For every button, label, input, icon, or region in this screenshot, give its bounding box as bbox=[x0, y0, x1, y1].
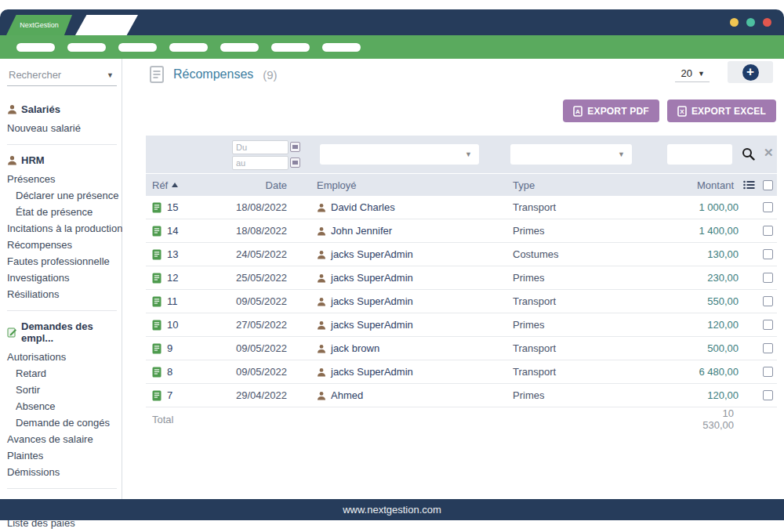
sidebar-section-header[interactable]: Salariés bbox=[7, 103, 117, 115]
row-checkbox[interactable] bbox=[763, 202, 773, 212]
reward-doc-icon bbox=[152, 320, 162, 331]
sidebar-item[interactable]: Incitations à la production bbox=[7, 220, 117, 237]
cell-type: Primes bbox=[513, 319, 691, 331]
sidebar-item[interactable]: Nouveau salarié bbox=[7, 120, 117, 136]
search-icon[interactable] bbox=[742, 147, 755, 161]
row-checkbox[interactable] bbox=[763, 226, 773, 236]
sidebar-item[interactable]: Sortir bbox=[7, 382, 117, 398]
ref-link[interactable]: 12 bbox=[167, 272, 178, 284]
sidebar-section-title: HRM bbox=[21, 154, 45, 166]
row-checkbox[interactable] bbox=[763, 273, 773, 283]
pdf-file-icon: A bbox=[573, 106, 583, 117]
row-checkbox[interactable] bbox=[763, 320, 773, 330]
date-to-input[interactable] bbox=[232, 156, 289, 170]
table-row: 15 18/08/2022 David Charles Transport 1 … bbox=[146, 196, 777, 219]
sidebar-item[interactable]: Résiliations bbox=[7, 286, 117, 302]
browser-tab-inactive[interactable] bbox=[75, 15, 138, 35]
sidebar-item[interactable]: Plaintes bbox=[7, 447, 117, 464]
sidebar-item[interactable]: Avances de salaire bbox=[7, 431, 117, 447]
table-header-row: Réf Date Employé Type Montant bbox=[146, 173, 777, 196]
nav-pill[interactable] bbox=[271, 43, 310, 52]
employee-name: David Charles bbox=[331, 201, 395, 213]
sidebar-item[interactable]: Absence bbox=[7, 398, 117, 414]
nav-pill[interactable] bbox=[118, 43, 157, 52]
nav-pill[interactable] bbox=[169, 43, 208, 52]
column-options-icon[interactable] bbox=[739, 180, 759, 190]
row-checkbox[interactable] bbox=[763, 367, 773, 377]
employee-link[interactable]: David Charles bbox=[292, 201, 513, 213]
page-size-select[interactable]: 20 ▼ bbox=[675, 67, 710, 82]
employee-link[interactable]: Ahmed bbox=[292, 389, 513, 401]
nav-pill[interactable] bbox=[220, 43, 259, 52]
sidebar-item[interactable]: Démissions bbox=[7, 464, 117, 480]
user-icon bbox=[317, 297, 326, 306]
nav-pill[interactable] bbox=[67, 43, 106, 52]
sidebar-item[interactable]: État de présence bbox=[7, 204, 117, 220]
add-button[interactable]: + bbox=[728, 61, 773, 83]
employee-link[interactable]: jacks SuperAdmin bbox=[292, 248, 513, 260]
traffic-light-icon[interactable] bbox=[730, 18, 739, 27]
sidebar-section-header[interactable]: HRM bbox=[7, 154, 117, 166]
employee-link[interactable]: jacks SuperAdmin bbox=[292, 366, 513, 378]
employee-link[interactable]: John Jennifer bbox=[292, 225, 513, 237]
calendar-icon[interactable] bbox=[290, 142, 300, 152]
export-pdf-label: EXPORT PDF bbox=[587, 106, 649, 117]
row-checkbox[interactable] bbox=[763, 249, 773, 259]
select-all-checkbox[interactable] bbox=[763, 180, 773, 190]
sidebar-section-title: Salariés bbox=[21, 103, 60, 115]
employee-link[interactable]: jacks SuperAdmin bbox=[292, 272, 513, 284]
ref-link[interactable]: 15 bbox=[167, 201, 178, 213]
table-row: 9 09/05/2022 jack brown Transport 500,00 bbox=[146, 337, 777, 360]
sidebar-item[interactable]: Demande de congés bbox=[7, 414, 117, 431]
sidebar-item[interactable]: Retard bbox=[7, 365, 117, 382]
employee-filter-select[interactable]: ▼ bbox=[320, 144, 479, 165]
ref-link[interactable]: 11 bbox=[167, 295, 178, 307]
sidebar-search-select[interactable]: Rechercher ▼ bbox=[7, 68, 117, 86]
ref-link[interactable]: 13 bbox=[167, 248, 178, 260]
row-checkbox[interactable] bbox=[763, 390, 773, 400]
export-pdf-button[interactable]: A EXPORT PDF bbox=[563, 100, 659, 122]
reward-doc-icon bbox=[152, 202, 162, 213]
row-checkbox[interactable] bbox=[763, 343, 773, 353]
nav-pill[interactable] bbox=[322, 43, 361, 52]
clear-filters-icon[interactable]: ✕ bbox=[764, 146, 774, 160]
reward-doc-icon bbox=[152, 296, 162, 307]
ref-link[interactable]: 7 bbox=[167, 389, 172, 401]
ref-link[interactable]: 8 bbox=[167, 366, 172, 378]
employee-link[interactable]: jack brown bbox=[292, 342, 513, 354]
sidebar-item[interactable]: Autorisations bbox=[7, 349, 117, 365]
sidebar-item[interactable]: Présences bbox=[7, 171, 117, 187]
employee-link[interactable]: jacks SuperAdmin bbox=[292, 295, 513, 307]
ref-link[interactable]: 10 bbox=[167, 319, 178, 331]
sidebar-item[interactable]: Investigations bbox=[7, 270, 117, 286]
cell-date: 18/08/2022 bbox=[232, 201, 292, 213]
type-filter-select[interactable]: ▼ bbox=[510, 144, 632, 165]
chevron-down-icon: ▼ bbox=[698, 70, 705, 78]
ref-link[interactable]: 14 bbox=[167, 225, 178, 237]
nav-pill[interactable] bbox=[16, 43, 55, 52]
ref-link[interactable]: 9 bbox=[167, 342, 172, 354]
header-date: Date bbox=[232, 179, 292, 191]
sidebar-item[interactable]: Fautes professionnelle bbox=[7, 253, 117, 270]
date-from-input[interactable] bbox=[232, 140, 289, 154]
cell-type: Transport bbox=[513, 201, 691, 213]
sidebar-section-header[interactable]: Demandes des empl... bbox=[7, 320, 117, 344]
header-ref-sort[interactable]: Réf bbox=[146, 179, 232, 191]
chevron-down-icon: ▼ bbox=[618, 150, 625, 158]
reward-doc-icon bbox=[152, 367, 162, 378]
user-icon bbox=[317, 367, 326, 377]
employee-name: jacks SuperAdmin bbox=[331, 366, 413, 378]
export-excel-button[interactable]: X EXPORT EXCEL bbox=[667, 100, 776, 122]
employee-link[interactable]: jacks SuperAdmin bbox=[292, 319, 513, 331]
sidebar-item[interactable]: Récompenses bbox=[7, 237, 117, 253]
calendar-icon[interactable] bbox=[290, 157, 300, 168]
row-checkbox[interactable] bbox=[763, 296, 773, 306]
browser-tab-active[interactable]: NextGestion bbox=[6, 15, 72, 35]
amount-filter-input[interactable] bbox=[667, 144, 732, 165]
main-panel: Récompenses (9) 20 ▼ + A EXP bbox=[122, 59, 784, 499]
employee-name: John Jennifer bbox=[331, 225, 392, 237]
sidebar-item[interactable]: Déclarer une présence bbox=[7, 187, 117, 204]
traffic-light-icon[interactable] bbox=[763, 18, 771, 27]
sidebar-search-placeholder: Rechercher bbox=[9, 69, 61, 81]
traffic-light-icon[interactable] bbox=[746, 18, 755, 27]
